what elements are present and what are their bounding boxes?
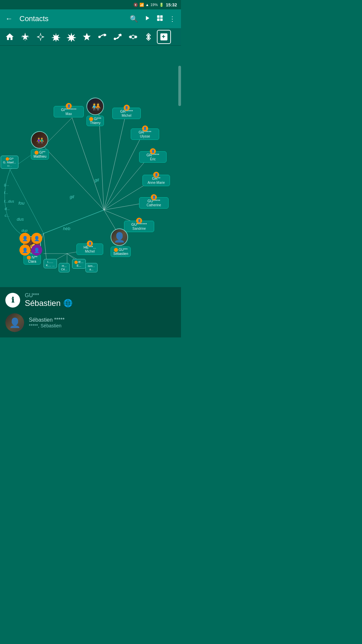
battery-icon: 🔋 — [159, 3, 164, 7]
eric-name: Eric — [142, 157, 164, 161]
path2-button[interactable] — [111, 30, 125, 44]
contact-info: Sébastien ***** *****, Sébastien — [29, 317, 65, 328]
anne-marie-name: Anne-Marie — [145, 181, 167, 184]
clara-name: Clara — [26, 260, 38, 263]
ulysse-name: Ulysse — [134, 135, 156, 138]
compass1-button[interactable] — [18, 30, 32, 44]
star8-button[interactable] — [49, 30, 63, 44]
svg-point-5 — [99, 36, 101, 38]
svg-marker-7 — [104, 34, 106, 36]
search-alt-icon[interactable] — [156, 14, 164, 23]
he-michel-person-icon: 👤 — [87, 240, 93, 247]
matthieu-label: GI** Matthieu — [31, 149, 49, 160]
toolbar — [0, 28, 181, 46]
node-max[interactable]: 👤 GI******** Max — [54, 106, 84, 117]
svg-marker-4 — [83, 33, 90, 40]
michel-name: Michel — [115, 114, 138, 117]
svg-line-20 — [104, 114, 126, 210]
wifi-icon: 📶 — [139, 3, 144, 7]
svg-point-8 — [114, 38, 116, 40]
contact-full-name: Sébastien ***** — [29, 317, 65, 323]
back-button[interactable]: ← — [5, 14, 13, 23]
svg-line-27 — [44, 210, 104, 233]
contact-row[interactable]: Sébastien ***** *****, Sébastien — [5, 313, 176, 332]
matthieu-name: Matthieu — [34, 155, 46, 158]
node-eric[interactable]: 👤 GR***** Eric — [139, 151, 167, 163]
node-ie[interactable]: IE...E... — [72, 259, 86, 269]
bottom-name-block: GU*** Sébastien 🌐 — [25, 292, 72, 308]
node-thierry[interactable]: 🧑‍🤝‍🧑 GI*** Thierry — [86, 98, 104, 126]
home-button[interactable] — [3, 30, 17, 44]
svg-rect-3 — [160, 18, 163, 20]
compass2-button[interactable] — [34, 30, 48, 44]
contact-avatar — [5, 313, 24, 332]
svg-rect-0 — [157, 15, 160, 17]
thierry-name: Thierry — [89, 121, 101, 125]
svg-line-18 — [72, 118, 104, 210]
svg-line-19 — [99, 113, 104, 210]
node-matthieu[interactable]: 👫 GI** Matthieu — [31, 131, 49, 160]
bottom-panel: ℹ GU*** Sébastien 🌐 Sébastien ***** ****… — [0, 287, 181, 337]
svg-line-36 — [10, 170, 44, 233]
bottom-main-name: Sébastien 🌐 — [25, 299, 72, 308]
catherine-name: Catherine — [142, 203, 166, 207]
ulysse-person-icon: 👤 — [142, 125, 148, 131]
signal-icon: ▲ — [145, 3, 149, 7]
node-michel[interactable]: 👤 GR***** Michel — [112, 108, 141, 119]
anne-marie-person-icon: 👤 — [153, 172, 159, 178]
scrollbar[interactable] — [178, 66, 181, 106]
he-michel-name: Michel — [79, 250, 100, 253]
bottom-code: GU*** — [25, 292, 72, 299]
max-name: Max — [57, 112, 81, 116]
node-h[interactable]: H...Cé... — [59, 263, 70, 272]
contact-graph: 👤 GI******** Max 🧑‍🤝‍🧑 GI*** Thierry 👤 G… — [0, 46, 181, 287]
sebastien-name: Sébastien — [113, 252, 128, 256]
cluster-group[interactable]: 👤 👤 👤 👤 — [19, 233, 42, 256]
sebastien-avatar — [111, 228, 128, 246]
node-he-michel[interactable]: 👤 HÉ***... Michel — [76, 244, 103, 255]
status-icons: 🔇 📶 ▲ 19% 🔋 — [133, 3, 164, 7]
bottom-info-row: ℹ GU*** Sébastien 🌐 — [5, 292, 176, 308]
svg-line-21 — [104, 135, 142, 210]
star6-button[interactable] — [64, 30, 78, 44]
info-icon[interactable]: ℹ — [5, 293, 20, 308]
battery-text: 19% — [150, 3, 158, 7]
node-catherine[interactable]: 👤 GU***** Catherine — [139, 197, 169, 209]
globe-icon: 🌐 — [63, 299, 72, 308]
nav-action-icons: 🔍 ⋮ — [130, 14, 176, 23]
thierry-avatar: 🧑‍🤝‍🧑 — [86, 98, 104, 115]
filter-icon[interactable] — [143, 14, 151, 23]
clara-label: IV** Clara — [23, 254, 41, 265]
sebastien-label: GU*** Sébastien — [111, 247, 131, 257]
node-k[interactable]: I......K.... ... — [44, 259, 57, 268]
svg-rect-2 — [157, 18, 160, 20]
svg-line-26 — [44, 146, 104, 210]
contact-sub: *****, Sébastien — [29, 323, 65, 328]
status-bar: 🔇 📶 ▲ 19% 🔋 15:32 — [0, 0, 181, 9]
star5-button[interactable] — [80, 30, 94, 44]
svg-point-17 — [148, 38, 149, 39]
search-icon[interactable]: 🔍 — [130, 15, 138, 23]
status-time: 15:32 — [166, 2, 177, 7]
more-options-icon[interactable]: ⋮ — [169, 15, 176, 23]
path1-button[interactable] — [95, 30, 109, 44]
node-mael[interactable]: GI*G. Mael...Br... — [1, 156, 18, 169]
michel-person-icon: 👤 — [124, 105, 130, 111]
svg-rect-1 — [160, 15, 163, 17]
diamond-chain1-button[interactable] — [126, 30, 140, 44]
node-sebastien[interactable]: GU*** Sébastien — [111, 228, 131, 257]
top-navigation: ← Contacts 🔍 ⋮ — [0, 9, 181, 28]
node-anne-marie[interactable]: 👤 GR** Anne-Marie — [142, 175, 170, 186]
matthieu-avatar: 👫 — [31, 131, 48, 149]
mute-icon: 🔇 — [133, 3, 138, 7]
node-ism[interactable]: ism...a... — [85, 263, 98, 272]
svg-point-16 — [148, 35, 149, 36]
catherine-person-icon: 👤 — [151, 194, 157, 200]
node-ulysse[interactable]: 👤 GR***** Ulysse — [131, 128, 159, 140]
page-title: Contacts — [19, 14, 123, 23]
thierry-label: GI*** Thierry — [86, 116, 104, 126]
svg-marker-10 — [119, 34, 121, 36]
diamond-chain2-button[interactable] — [141, 30, 156, 44]
add-zoom-button[interactable] — [157, 30, 171, 44]
sandrine-person-icon: 👤 — [136, 218, 142, 224]
